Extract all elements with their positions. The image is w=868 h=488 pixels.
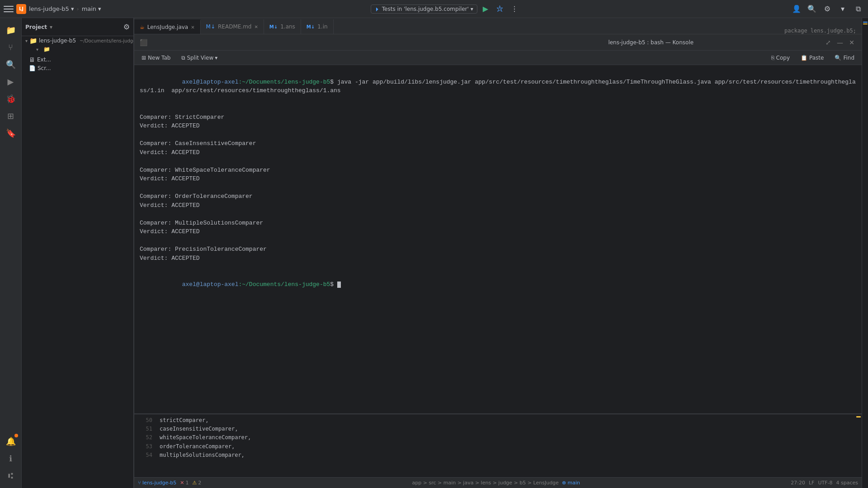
app-logo: LJ xyxy=(16,4,26,14)
profile-icon[interactable]: 👤 xyxy=(790,3,803,15)
terminal-command-line: axel@laptop-axel:~/Documents/lens-judge-… xyxy=(140,69,856,104)
branch-dropdown-icon: ▾ xyxy=(98,5,101,12)
search-icon[interactable]: 🔍 xyxy=(806,3,818,15)
status-errors[interactable]: ✕ 1 xyxy=(180,480,189,486)
top-bar-left: LJ lens-judge-b5 ▾ › main ▾ xyxy=(4,4,101,14)
tab-icon-java: ☕ xyxy=(140,24,145,30)
status-bar: ⑂ lens-judge-b5 ✕ 1 ⚠ 2 app > src > main… xyxy=(134,477,862,488)
more-options-icon[interactable]: ▾ xyxy=(836,3,849,15)
top-bar-center: ⏵ Tests in 'lens.judge.b5.compiler' ▾ ▶ … xyxy=(105,3,787,15)
editor-content: ⬛ lens-judge-b5 : bash — Konsole ⤢ — ✕ ⊞… xyxy=(134,34,862,477)
code-line-54: multipleSolutionsComparer, xyxy=(160,451,852,460)
run-more-button[interactable]: ⋮ xyxy=(508,3,521,15)
term-comparer-2: Comparer: CaseInsensitiveComparer xyxy=(140,139,856,148)
file-tree-panel: Project ▾ ⚙ ▾ 📁 lens-judge-b5 ~/Document… xyxy=(22,18,134,488)
terminal-minimize-btn[interactable]: — xyxy=(835,38,844,47)
tab-readme[interactable]: M↓ README.md ✕ xyxy=(201,19,264,34)
term-verdict-5: Verdict: ACCEPTED xyxy=(140,227,856,236)
sidebar-icon-debug[interactable]: 🐞 xyxy=(3,90,19,107)
status-indent[interactable]: 4 spaces xyxy=(836,480,859,486)
terminal-wm-buttons: ⤢ — ✕ xyxy=(824,38,856,47)
line-num-52: 52 xyxy=(134,433,152,442)
new-tab-btn[interactable]: ⊞ New Tab xyxy=(138,53,174,63)
term-verdict-3: Verdict: ACCEPTED xyxy=(140,174,856,183)
terminal-panel: ⬛ lens-judge-b5 : bash — Konsole ⤢ — ✕ ⊞… xyxy=(134,34,862,477)
sidebar-icon-vcs[interactable]: ⑆ xyxy=(3,467,19,483)
term-comparer-3: Comparer: WhiteSpaceToleranceComparer xyxy=(140,166,856,175)
line-num-51: 51 xyxy=(134,425,152,433)
line-num-53: 53 xyxy=(134,442,152,451)
term-comparer-5: Comparer: MultipleSolutionsComparer xyxy=(140,219,856,228)
warning-icon: ⚠ xyxy=(192,480,197,486)
tab-1in[interactable]: M↓ 1.in xyxy=(301,19,334,34)
split-view-btn[interactable]: ⧉ Split View ▾ xyxy=(178,53,221,63)
term-verdict-1: Verdict: ACCEPTED xyxy=(140,122,856,131)
status-breadcrumb: app > src > main > java > lens > judge >… xyxy=(412,480,580,486)
code-line-51: caseInsensitiveComparer, xyxy=(160,425,852,433)
tree-item-folder-1[interactable]: ▾ 📁 xyxy=(22,45,133,53)
status-position[interactable]: 27:20 xyxy=(791,480,805,486)
line-num-50: 50 xyxy=(134,416,152,425)
sidebar-icon-notifications[interactable]: 🔔 xyxy=(3,433,19,449)
tree-item-root[interactable]: ▾ 📁 lens-judge-b5 ~/Documents/lens-judge… xyxy=(22,36,133,45)
editor-area: ☕ LensJudge.java ✕ M↓ README.md ✕ M↓ 1.a… xyxy=(134,18,862,488)
branch-selector[interactable]: main ▾ xyxy=(82,5,101,12)
terminal-title: lens-judge-b5 : bash — Konsole xyxy=(482,39,821,46)
status-warnings[interactable]: ⚠ 2 xyxy=(192,480,201,486)
panel-settings-icon[interactable]: ⚙ xyxy=(123,23,130,31)
run-config-selector[interactable]: ⏵ Tests in 'lens.judge.b5.compiler' ▾ xyxy=(371,5,477,14)
project-selector[interactable]: lens-judge-b5 ▾ xyxy=(29,5,74,12)
sidebar-icons: 📁 ⑂ 🔍 ▶ 🐞 ⊞ 🔖 🔔 ℹ ⑆ xyxy=(0,18,22,488)
tree-item-terminal[interactable]: 🖥 Ext... xyxy=(22,55,133,64)
tree-item-scratch[interactable]: 📄 Scr... xyxy=(22,64,133,72)
term-blank-1 xyxy=(140,104,856,113)
terminal-detach-btn[interactable]: ⤢ xyxy=(824,38,833,47)
hamburger-menu-icon[interactable] xyxy=(4,4,14,14)
term-comparer-1: Comparer: StrictComparer xyxy=(140,113,856,122)
sidebar-icon-bookmarks[interactable]: 🔖 xyxy=(3,125,19,141)
term-comparer-6: Comparer: PrecisionToleranceComparer xyxy=(140,245,856,254)
far-gutter-mark-blue xyxy=(863,22,868,23)
copy-btn[interactable]: ⎘ Copy xyxy=(768,53,793,63)
terminal-cursor xyxy=(337,282,341,288)
terminal-body[interactable]: axel@laptop-axel:~/Documents/lens-judge-… xyxy=(134,65,862,413)
terminal-titlebar: ⬛ lens-judge-b5 : bash — Konsole ⤢ — ✕ xyxy=(134,34,862,51)
panel-header-project: Project ▾ ⚙ xyxy=(22,18,133,36)
settings-icon[interactable]: ⚙ xyxy=(821,3,834,15)
status-line-ending[interactable]: LF xyxy=(809,480,814,486)
debug-button[interactable]: ⛦ xyxy=(494,3,506,15)
tab-1ans[interactable]: M↓ 1.ans xyxy=(264,19,301,34)
tab-close-readme[interactable]: ✕ xyxy=(254,24,258,29)
terminal-icon: ⬛ xyxy=(140,39,147,46)
sidebar-icon-find[interactable]: 🔍 xyxy=(3,56,19,72)
paste-icon: 📋 xyxy=(801,55,807,61)
terminal-close-btn[interactable]: ✕ xyxy=(847,38,856,47)
far-gutter-mark-yellow xyxy=(863,23,868,24)
term-blank-7 xyxy=(140,263,856,272)
error-icon: ✕ xyxy=(180,480,184,486)
term-verdict-2: Verdict: ACCEPTED xyxy=(140,148,856,157)
paste-btn[interactable]: 📋 Paste xyxy=(797,53,827,63)
sidebar-icon-project[interactable]: 📁 xyxy=(3,22,19,38)
run-config-icon: ⏵ xyxy=(375,6,380,12)
tabs-bar: ☕ LensJudge.java ✕ M↓ README.md ✕ M↓ 1.a… xyxy=(134,18,862,34)
tab-close-lensjudge[interactable]: ✕ xyxy=(191,25,194,30)
status-branch[interactable]: ⑂ lens-judge-b5 xyxy=(138,480,176,486)
find-btn[interactable]: 🔍 Find xyxy=(831,53,858,63)
find-icon: 🔍 xyxy=(835,55,841,61)
restore-icon[interactable]: ⧉ xyxy=(852,3,864,15)
terminal-toolbar: ⊞ New Tab ⧉ Split View ▾ ⎘ Copy 📋 xyxy=(134,51,862,65)
code-area[interactable]: strictComparer, caseInsensitiveComparer,… xyxy=(156,414,855,477)
sidebar-icon-info[interactable]: ℹ xyxy=(3,450,19,466)
tab-lensjudge[interactable]: ☕ LensJudge.java ✕ xyxy=(134,19,201,34)
run-config-dropdown-icon: ▾ xyxy=(471,6,473,12)
tab-icon-1in: M↓ xyxy=(307,24,315,29)
sidebar-icon-run[interactable]: ▶ xyxy=(3,73,19,89)
term-blank-5 xyxy=(140,210,856,219)
run-button[interactable]: ▶ xyxy=(479,3,492,15)
term-blank-6 xyxy=(140,236,856,245)
terminal-prompt-line: axel@laptop-axel:~/Documents/lens-judge-… xyxy=(140,272,856,298)
sidebar-icon-plugins[interactable]: ⊞ xyxy=(3,108,19,124)
sidebar-icon-git[interactable]: ⑂ xyxy=(3,39,19,55)
status-encoding[interactable]: UTF-8 xyxy=(818,480,832,486)
